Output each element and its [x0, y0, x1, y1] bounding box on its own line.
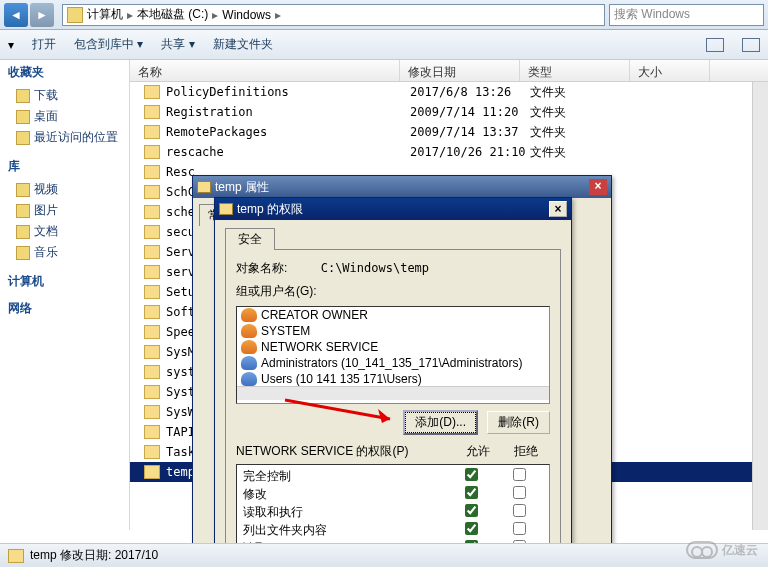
nav-back-button[interactable]: ◄: [4, 3, 28, 27]
file-row[interactable]: PolicyDefinitions 2017/6/8 13:26 文件夹: [130, 82, 768, 102]
col-size[interactable]: 大小: [630, 60, 710, 81]
permission-row: 修改: [243, 485, 543, 503]
group-item[interactable]: NETWORK SERVICE: [237, 339, 549, 355]
group-name: Users (10 141 135 171\Users): [261, 372, 422, 386]
crumb-folder[interactable]: Windows: [222, 8, 271, 22]
allow-checkbox[interactable]: [465, 468, 478, 481]
toolbar: ▾ 打开 包含到库中 ▾ 共享 ▾ 新建文件夹: [0, 30, 768, 60]
deny-header: 拒绝: [502, 443, 550, 460]
folder-icon: [144, 245, 160, 259]
group-item[interactable]: Administrators (10_141_135_171\Administr…: [237, 355, 549, 371]
permission-name: 列出文件夹内容: [243, 522, 447, 539]
add-button[interactable]: 添加(D)...: [403, 410, 478, 435]
file-date: 2017/10/26 21:10: [410, 145, 530, 159]
object-name-row: 对象名称: C:\Windows\temp: [236, 260, 550, 277]
sidebar-item-music[interactable]: 音乐: [8, 242, 121, 263]
group-item[interactable]: Users (10 141 135 171\Users): [237, 371, 549, 387]
search-placeholder: 搜索 Windows: [614, 6, 690, 23]
permission-row: 列出文件夹内容: [243, 521, 543, 539]
file-type: 文件夹: [530, 144, 640, 161]
file-row[interactable]: Registration 2009/7/14 11:20 文件夹: [130, 102, 768, 122]
allow-checkbox[interactable]: [465, 486, 478, 499]
dialog-titlebar[interactable]: temp 属性 ×: [193, 176, 611, 198]
sidebar-network-header[interactable]: 网络: [8, 300, 121, 317]
sidebar-item-desktop[interactable]: 桌面: [8, 106, 121, 127]
folder-icon: [144, 405, 160, 419]
folder-icon: [144, 465, 160, 479]
sidebar-item-documents[interactable]: 文档: [8, 221, 121, 242]
file-row[interactable]: RemotePackages 2009/7/14 13:37 文件夹: [130, 122, 768, 142]
folder-icon: [8, 549, 24, 563]
file-date: 2017/6/8 13:26: [410, 85, 530, 99]
deny-checkbox[interactable]: [513, 522, 526, 535]
col-name[interactable]: 名称: [130, 60, 400, 81]
folder-icon: [144, 425, 160, 439]
view-options-icon[interactable]: [706, 38, 724, 52]
new-folder-button[interactable]: 新建文件夹: [213, 36, 273, 53]
sidebar-item-videos[interactable]: 视频: [8, 179, 121, 200]
file-name: RemotePackages: [166, 125, 410, 139]
folder-icon: [197, 181, 211, 193]
file-row[interactable]: rescache 2017/10/26 21:10 文件夹: [130, 142, 768, 162]
sidebar-item-recent[interactable]: 最近访问的位置: [8, 127, 121, 148]
folder-icon: [144, 325, 160, 339]
remove-button[interactable]: 删除(R): [487, 411, 550, 434]
user-icon: [241, 372, 257, 386]
crumb-computer[interactable]: 计算机: [87, 6, 123, 23]
object-name-label: 对象名称:: [236, 261, 287, 275]
dialog-titlebar[interactable]: temp 的权限 ×: [215, 198, 571, 220]
user-icon: [241, 324, 257, 338]
tab-security[interactable]: 安全: [225, 228, 275, 250]
allow-header: 允许: [454, 443, 502, 460]
file-date: 2009/7/14 13:37: [410, 125, 530, 139]
music-icon: [16, 246, 30, 260]
include-library-button[interactable]: 包含到库中 ▾: [74, 36, 143, 53]
folder-icon: [144, 265, 160, 279]
group-item[interactable]: SYSTEM: [237, 323, 549, 339]
crumb-drive[interactable]: 本地磁盘 (C:): [137, 6, 208, 23]
close-button[interactable]: ×: [549, 201, 567, 217]
sidebar-favorites-header[interactable]: 收藏夹: [8, 64, 121, 81]
folder-icon: [144, 185, 160, 199]
open-button[interactable]: 打开: [32, 36, 56, 53]
object-name-value: C:\Windows\temp: [321, 261, 429, 275]
horizontal-scrollbar[interactable]: [237, 386, 549, 400]
file-type: 文件夹: [530, 104, 640, 121]
group-name: NETWORK SERVICE: [261, 340, 378, 354]
search-input[interactable]: 搜索 Windows: [609, 4, 764, 26]
folder-icon: [144, 145, 160, 159]
chevron-right-icon: ▸: [212, 8, 218, 22]
share-button[interactable]: 共享 ▾: [161, 36, 194, 53]
close-button[interactable]: ×: [589, 179, 607, 195]
folder-icon: [144, 305, 160, 319]
group-item[interactable]: CREATOR OWNER: [237, 307, 549, 323]
deny-checkbox[interactable]: [513, 504, 526, 517]
preview-pane-icon[interactable]: [742, 38, 760, 52]
groups-listbox[interactable]: CREATOR OWNERSYSTEMNETWORK SERVICEAdmini…: [236, 306, 550, 404]
vertical-scrollbar[interactable]: [752, 82, 768, 530]
organize-menu[interactable]: ▾: [8, 38, 14, 52]
folder-icon: [144, 85, 160, 99]
groups-label: 组或用户名(G):: [236, 283, 550, 300]
file-name: PolicyDefinitions: [166, 85, 410, 99]
allow-checkbox[interactable]: [465, 522, 478, 535]
file-name: Registration: [166, 105, 410, 119]
col-date[interactable]: 修改日期: [400, 60, 520, 81]
deny-checkbox[interactable]: [513, 468, 526, 481]
picture-icon: [16, 204, 30, 218]
user-icon: [241, 340, 257, 354]
group-name: Administrators (10_141_135_171\Administr…: [261, 356, 522, 370]
address-bar: ◄ ► 计算机 ▸ 本地磁盘 (C:) ▸ Windows ▸ 搜索 Windo…: [0, 0, 768, 30]
sidebar-libraries-header[interactable]: 库: [8, 158, 121, 175]
sidebar-computer-header[interactable]: 计算机: [8, 273, 121, 290]
nav-forward-button[interactable]: ►: [30, 3, 54, 27]
sidebar-item-pictures[interactable]: 图片: [8, 200, 121, 221]
sidebar-item-downloads[interactable]: 下载: [8, 85, 121, 106]
breadcrumb[interactable]: 计算机 ▸ 本地磁盘 (C:) ▸ Windows ▸: [62, 4, 605, 26]
deny-checkbox[interactable]: [513, 486, 526, 499]
folder-icon: [144, 205, 160, 219]
allow-checkbox[interactable]: [465, 504, 478, 517]
col-type[interactable]: 类型: [520, 60, 630, 81]
folder-icon: [144, 365, 160, 379]
permission-row: 完全控制: [243, 467, 543, 485]
